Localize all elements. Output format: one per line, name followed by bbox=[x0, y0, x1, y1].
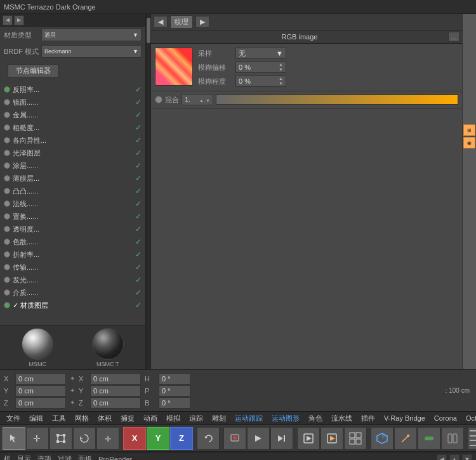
node-item-albedo[interactable]: 反照率... ✓ bbox=[0, 83, 145, 96]
up-arrow[interactable]: ▲ bbox=[279, 62, 283, 67]
toolbar-grid-button[interactable] bbox=[468, 427, 476, 450]
brdf-dropdown[interactable]: Beckmann ▼ bbox=[41, 45, 142, 58]
menu-file[interactable]: 文件 bbox=[3, 412, 24, 424]
blur-level-field[interactable]: 0 % ▲ ▼ bbox=[235, 76, 286, 87]
effector-button[interactable] bbox=[441, 427, 464, 450]
node-item-thinfilm[interactable]: 薄膜层... ✓ bbox=[0, 172, 145, 185]
bottom-panel[interactable]: 面板 bbox=[78, 454, 92, 460]
node-item-transmission[interactable]: 传输...... ✓ bbox=[0, 261, 145, 273]
rgb-more-button[interactable]: … bbox=[448, 32, 459, 42]
blur-level-arrows[interactable]: ▲ ▼ bbox=[279, 76, 283, 86]
z-field[interactable]: 0 cm bbox=[15, 397, 66, 409]
up-arrow[interactable]: ▲ bbox=[279, 76, 283, 81]
node-item-coat[interactable]: 涂层...... ✓ bbox=[0, 159, 145, 172]
cube-object-button[interactable] bbox=[371, 427, 393, 450]
orange-indicator-2[interactable]: ◉ bbox=[463, 137, 475, 148]
select-tool-button[interactable] bbox=[3, 427, 25, 450]
node-item-medium[interactable]: 介质...... ✓ bbox=[0, 286, 145, 299]
node-item-dispersion[interactable]: 色散...... ✓ bbox=[0, 235, 145, 248]
node-item-material-layer[interactable]: ✓ 材质图层 ✓ bbox=[0, 299, 145, 312]
down-arrow[interactable]: ▼ bbox=[279, 81, 283, 86]
scroll-up-arrow[interactable]: ◀ bbox=[3, 15, 13, 25]
node-item-anisotropy[interactable]: 各向异性... ✓ bbox=[0, 134, 145, 147]
node-item-normal[interactable]: 法线...... ✓ bbox=[0, 197, 145, 210]
y-axis-button[interactable]: Y bbox=[147, 427, 169, 450]
play-forward-button[interactable] bbox=[247, 427, 270, 450]
blur-offset-arrows[interactable]: ▲ ▼ bbox=[279, 62, 283, 72]
x2-field[interactable]: 0 cm bbox=[90, 373, 141, 384]
node-item-sheen[interactable]: 光泽图层 ✓ bbox=[0, 147, 145, 159]
scroll-down-arrow[interactable]: ▶ bbox=[14, 15, 24, 25]
menu-plugins[interactable]: 插件 bbox=[357, 412, 379, 424]
tab-left-arrow[interactable]: ◀ bbox=[154, 16, 168, 28]
tab-texture[interactable]: 纹理 bbox=[170, 15, 193, 29]
menu-trace[interactable]: 追踪 bbox=[185, 412, 207, 424]
node-item-opacity[interactable]: 透明度... ✓ bbox=[0, 223, 145, 235]
mat-preview-2[interactable]: MSMC T bbox=[92, 328, 124, 367]
node-item-displacement[interactable]: 置换...... ✓ bbox=[0, 210, 145, 223]
menu-edit[interactable]: 编辑 bbox=[25, 412, 47, 424]
z2-field[interactable]: 0 cm bbox=[90, 397, 141, 409]
b-field[interactable]: 0 ° bbox=[159, 397, 190, 409]
scale-tool-button[interactable] bbox=[50, 427, 72, 450]
next-frame-button[interactable] bbox=[270, 427, 293, 450]
menu-octane[interactable]: Octane bbox=[462, 413, 476, 423]
menu-vray[interactable]: V-Ray Bridge bbox=[380, 413, 429, 423]
node-editor-button[interactable]: 节点编辑器 bbox=[8, 64, 58, 77]
bottom-prorender[interactable]: ProRender bbox=[98, 456, 132, 461]
undo-button[interactable] bbox=[197, 427, 220, 450]
bottom-display[interactable]: 显示 bbox=[17, 454, 31, 460]
x-field[interactable]: 0 cm bbox=[15, 373, 66, 384]
bottom-camera[interactable]: 机 bbox=[4, 454, 11, 460]
menu-tools[interactable]: 工具 bbox=[48, 412, 70, 424]
blend-arrows[interactable]: ▲ ▼ bbox=[199, 96, 210, 103]
transform-tool-button[interactable]: ✛ bbox=[96, 427, 119, 450]
p-field[interactable]: 0 ° bbox=[159, 385, 190, 397]
menu-character[interactable]: 角色 bbox=[305, 412, 326, 424]
render-button[interactable] bbox=[321, 427, 343, 450]
material-type-dropdown[interactable]: 通用 ▼ bbox=[41, 29, 142, 41]
tab-right-arrow[interactable]: ▶ bbox=[195, 16, 209, 28]
menu-mesh[interactable]: 网格 bbox=[71, 412, 93, 424]
bottom-options[interactable]: 选项 bbox=[37, 454, 51, 460]
bottom-arrow-left[interactable]: ◀ bbox=[437, 454, 447, 461]
node-item-specular[interactable]: 镜面...... ✓ bbox=[0, 96, 145, 108]
texture-preview-image[interactable] bbox=[155, 48, 193, 86]
y2-field[interactable]: 0 cm bbox=[90, 385, 141, 397]
render-all-button[interactable] bbox=[344, 427, 367, 450]
menu-animate[interactable]: 动画 bbox=[140, 412, 161, 424]
bottom-arrow-up[interactable]: ▲ bbox=[449, 454, 459, 461]
pen-tool-button[interactable] bbox=[394, 427, 417, 450]
scrollbar-thumb[interactable] bbox=[147, 18, 150, 43]
menu-snap[interactable]: 捕捉 bbox=[117, 412, 138, 424]
menu-motiontrack[interactable]: 运动跟踪 bbox=[231, 412, 267, 424]
z-axis-button[interactable]: Z bbox=[170, 427, 193, 450]
rotate-tool-button[interactable] bbox=[73, 427, 96, 450]
menu-simulate[interactable]: 模拟 bbox=[162, 412, 184, 424]
deformer-button[interactable] bbox=[418, 427, 440, 450]
node-item-roughness[interactable]: 粗糙度... ✓ bbox=[0, 121, 145, 134]
sample-dropdown[interactable]: 无 ▼ bbox=[235, 48, 286, 59]
menu-mograph[interactable]: 运动图形 bbox=[268, 412, 303, 424]
menu-pipeline[interactable]: 流水线 bbox=[327, 412, 356, 424]
menu-volume[interactable]: 体积 bbox=[94, 412, 116, 424]
y-field[interactable]: 0 cm bbox=[15, 385, 66, 397]
node-item-metal[interactable]: 金属...... ✓ bbox=[0, 108, 145, 121]
mat-preview-1[interactable]: MSMC bbox=[22, 328, 53, 367]
box-render-button[interactable] bbox=[297, 427, 320, 450]
bottom-arrow-down[interactable]: ▼ bbox=[462, 454, 472, 461]
x-axis-button[interactable]: X bbox=[123, 427, 146, 450]
blend-value-field[interactable]: 1. ▲ ▼ bbox=[182, 94, 213, 105]
move-tool-button[interactable]: ✛ bbox=[26, 427, 49, 450]
node-item-bump[interactable]: 凸凸...... ✓ bbox=[0, 185, 145, 197]
blur-offset-field[interactable]: 0 % ▲ ▼ bbox=[235, 62, 286, 73]
node-item-ior[interactable]: 折射率... ✓ bbox=[0, 248, 145, 261]
orange-indicator-1[interactable]: ⊞ bbox=[463, 124, 475, 136]
down-arrow[interactable]: ▼ bbox=[279, 67, 283, 72]
h-field[interactable]: 0 ° bbox=[159, 373, 190, 384]
record-button[interactable] bbox=[223, 427, 246, 450]
menu-sculpt[interactable]: 雕刻 bbox=[208, 412, 230, 424]
bottom-filter[interactable]: 过滤 bbox=[58, 454, 72, 460]
node-item-emission[interactable]: 发光...... ✓ bbox=[0, 273, 145, 286]
menu-corona[interactable]: Corona bbox=[430, 413, 461, 423]
